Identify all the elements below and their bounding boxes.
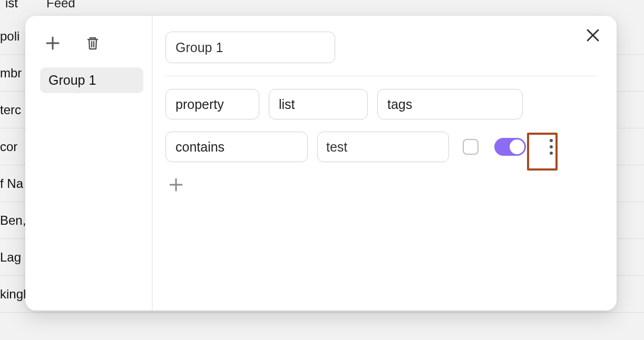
- delete-group-button[interactable]: [82, 33, 103, 54]
- plus-icon: [45, 36, 60, 51]
- close-button[interactable]: [584, 26, 602, 44]
- toggle-knob: [510, 139, 524, 154]
- list-item: cor: [0, 139, 17, 154]
- row-menu-button[interactable]: [539, 129, 564, 165]
- tab-feed[interactable]: Feed: [41, 0, 83, 14]
- trash-icon: [85, 35, 101, 51]
- sidebar-item-group[interactable]: Group 1: [40, 67, 143, 93]
- plus-icon: [169, 177, 183, 192]
- column-select-label: tags: [387, 97, 412, 112]
- group-name-input[interactable]: [165, 32, 335, 63]
- list-select[interactable]: list: [269, 89, 368, 119]
- svg-point-5: [550, 145, 553, 148]
- close-icon: [586, 28, 600, 42]
- modal-sidebar: Group 1: [25, 16, 153, 311]
- modal-main: property list tags contains: [153, 16, 617, 311]
- divider: [165, 76, 598, 76]
- condition-toggle[interactable]: [494, 138, 526, 156]
- add-group-button[interactable]: [42, 33, 63, 54]
- tab-list[interactable]: ist: [0, 0, 25, 14]
- operator-select[interactable]: contains: [165, 132, 308, 162]
- filter-modal: Group 1 property list tags contains: [25, 16, 617, 311]
- condition-row-1: property list tags: [165, 89, 598, 119]
- source-select-label: property: [175, 97, 224, 112]
- list-select-label: list: [279, 97, 295, 112]
- list-item: mbr: [0, 66, 22, 81]
- list-item: Ben,: [0, 213, 26, 228]
- sidebar-item-label: Group 1: [48, 73, 96, 87]
- add-condition-button[interactable]: [165, 174, 187, 195]
- svg-point-6: [550, 152, 553, 155]
- source-select[interactable]: property: [165, 89, 259, 119]
- list-item: Lag: [0, 250, 21, 265]
- condition-checkbox[interactable]: [463, 139, 479, 155]
- condition-row-2: contains: [165, 129, 598, 165]
- list-item: terc: [0, 103, 21, 117]
- column-select[interactable]: tags: [377, 89, 523, 119]
- dots-vertical-icon: [549, 138, 553, 156]
- list-item: poli: [0, 29, 19, 44]
- operator-select-label: contains: [175, 139, 225, 155]
- svg-point-4: [550, 139, 553, 142]
- value-input[interactable]: [317, 132, 449, 162]
- list-item: f Na: [0, 176, 23, 191]
